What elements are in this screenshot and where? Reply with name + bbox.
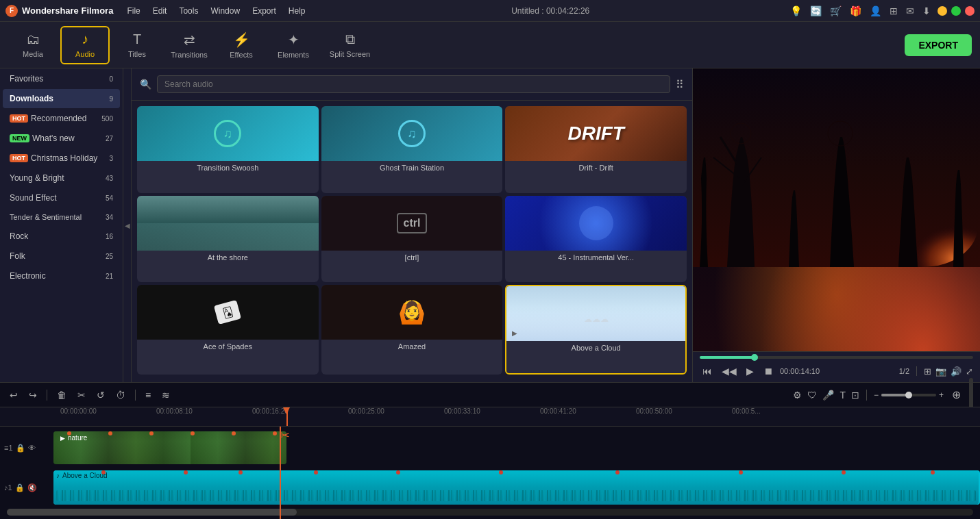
sidebar-item-christmas[interactable]: HOT Christmas Holiday 3 — [3, 149, 120, 168]
snapshot-icon[interactable]: 📷 — [935, 366, 946, 377]
audio-card-45-instrumental[interactable]: 45 - Instrumental Ver... — [505, 196, 687, 283]
user-icon[interactable]: 👤 — [870, 5, 881, 16]
window-controls[interactable] — [938, 6, 975, 16]
search-input[interactable] — [157, 75, 670, 93]
progress-bar[interactable] — [700, 356, 973, 359]
horizontal-scrollbar[interactable] — [7, 509, 973, 516]
download-icon[interactable]: ⬇ — [922, 5, 931, 16]
layout-button[interactable]: ≡ — [143, 388, 154, 402]
lock-icon[interactable]: 🔒 — [16, 444, 25, 453]
sidebar-item-sound-effect[interactable]: Sound Effect 54 — [3, 188, 120, 207]
audio-card-ghost-train[interactable]: ♫ Ghost Train Station — [321, 106, 503, 193]
spades-card: 🂡 — [144, 292, 312, 333]
zoom-slider[interactable] — [881, 394, 936, 396]
eye-icon[interactable]: 👁 — [28, 444, 36, 452]
panel-collapse-button[interactable]: ◀ — [123, 68, 132, 382]
zoom-in-icon[interactable]: + — [939, 390, 944, 400]
crop-timeline-button[interactable]: ↺ — [94, 388, 108, 402]
color-grade-icon[interactable]: ⚙ — [793, 390, 802, 401]
frame-back-button[interactable]: ◀◀ — [719, 364, 739, 378]
sidebar-item-electronic[interactable]: Electronic 21 — [3, 266, 120, 286]
ts-6: 00:00:50:00 — [636, 407, 672, 415]
audio-card-above-a-cloud[interactable]: ☁☁☁ ▶ Above a Cloud — [505, 285, 687, 375]
menu-edit[interactable]: Edit — [147, 5, 173, 17]
maximize-button[interactable] — [951, 6, 961, 16]
video-clip[interactable]: ▶ nature — [53, 431, 286, 464]
crop-icon[interactable]: ⊞ — [924, 366, 931, 377]
menu-export[interactable]: Export — [247, 5, 282, 17]
audio-card-ace-of-spades[interactable]: 🂡 Ace of Spades — [137, 285, 319, 375]
minimize-button[interactable] — [938, 6, 947, 16]
layout-icon[interactable]: ⊞ — [890, 5, 898, 16]
audio-marker-3 — [238, 470, 243, 474]
audio-markers — [53, 470, 979, 473]
media-button[interactable]: 🗂 Media — [8, 26, 58, 64]
menu-window[interactable]: Window — [205, 5, 245, 17]
gift-icon[interactable]: 🎁 — [850, 5, 861, 16]
audio-card-ctrl[interactable]: ctrl [ctrl] — [321, 196, 503, 283]
effects-button[interactable]: ⚡ Effects — [217, 26, 266, 64]
audio-card-amazed[interactable]: 🙆 Amazed — [321, 285, 503, 375]
video-preview-content — [693, 68, 980, 351]
stop-button[interactable]: ⏹ — [761, 364, 776, 378]
mail-icon[interactable]: ✉ — [906, 5, 914, 16]
volume-icon[interactable]: 🔊 — [951, 366, 961, 377]
elements-button[interactable]: ✦ Elements — [269, 26, 318, 64]
add-track-icon[interactable]: ⊕ — [952, 388, 961, 401]
sidebar-item-tender[interactable]: Tender & Sentimental 34 — [3, 208, 120, 226]
audio-mute-icon[interactable]: 🔇 — [27, 483, 37, 492]
menu-help[interactable]: Help — [283, 5, 311, 17]
titles-button[interactable]: T Titles — [112, 26, 162, 64]
titles-icon: T — [133, 31, 141, 47]
audio-card-transition-swoosh[interactable]: ♫ Transition Swoosh — [137, 106, 319, 193]
sidebar-item-recommended[interactable]: HOT Recommended 500 — [3, 109, 120, 128]
audio-clip[interactable]: ♪ Above a Cloud — [53, 470, 979, 505]
timer-button[interactable]: ⏱ — [113, 388, 128, 402]
delete-button[interactable]: 🗑 — [54, 388, 69, 402]
refresh-icon[interactable]: 🔄 — [810, 5, 822, 16]
mosaic-icon[interactable]: ⊡ — [851, 390, 859, 401]
sidebar-item-young-bright[interactable]: Young & Bright 43 — [3, 168, 120, 188]
separator — [916, 366, 917, 376]
sidebar-item-folk[interactable]: Folk 25 — [3, 246, 120, 266]
sidebar-item-rock[interactable]: Rock 16 — [3, 227, 120, 246]
transitions-button[interactable]: ⇄ Transitions — [164, 26, 214, 64]
subtitle-icon[interactable]: T — [840, 390, 846, 401]
fullscreen-icon[interactable]: ⤢ — [966, 366, 973, 377]
sidebar-item-downloads[interactable]: Downloads 9 — [3, 89, 120, 108]
sidebar-item-favorites[interactable]: Favorites 0 — [3, 69, 120, 88]
export-button[interactable]: EXPORT — [905, 34, 972, 56]
prev-button[interactable]: ⏮ — [700, 364, 715, 378]
undo-button[interactable]: ↩ — [7, 388, 21, 402]
audio-button[interactable]: ♪ Audio — [60, 26, 110, 64]
red-dot-6 — [273, 431, 277, 435]
menu-file[interactable]: File — [121, 5, 145, 17]
audio-lock-icon[interactable]: 🔒 — [15, 483, 25, 492]
menu-tools[interactable]: Tools — [173, 5, 204, 17]
recommended-count: 500 — [101, 115, 113, 123]
redo-button[interactable]: ↪ — [26, 388, 40, 402]
split-screen-button[interactable]: ⧉ Split Screen — [321, 26, 379, 64]
play-button[interactable]: ▶ — [744, 364, 757, 378]
red-dot-2 — [108, 431, 112, 435]
zoom-thumb[interactable] — [905, 392, 912, 398]
progress-thumb[interactable] — [751, 354, 758, 361]
close-button[interactable] — [965, 6, 975, 16]
audio-label: Audio — [75, 50, 95, 58]
menu-bar[interactable]: File Edit Tools Window Export Help — [121, 5, 310, 17]
sidebar-item-whats-new[interactable]: NEW What's new 27 — [3, 129, 120, 148]
grid-view-icon[interactable]: ⠿ — [676, 78, 684, 91]
shield-icon[interactable]: 🛡 — [807, 390, 817, 401]
audio-card-drift[interactable]: DRIFT Drift - Drift — [505, 106, 687, 193]
cut-button[interactable]: ✂ — [75, 388, 88, 402]
mic-icon[interactable]: 🎤 — [822, 390, 834, 401]
zoom-out-icon[interactable]: − — [874, 390, 879, 400]
zoom-control[interactable]: − + — [874, 390, 944, 400]
logo-icon: F — [5, 5, 18, 17]
cart-icon[interactable]: 🛒 — [830, 5, 842, 16]
audio-wave-button[interactable]: ≋ — [159, 388, 173, 402]
bulb-icon[interactable]: 💡 — [790, 5, 802, 16]
scrollbar-thumb[interactable] — [7, 509, 297, 516]
track-handle[interactable] — [969, 378, 973, 412]
audio-card-at-the-shore[interactable]: At the shore — [137, 196, 319, 283]
